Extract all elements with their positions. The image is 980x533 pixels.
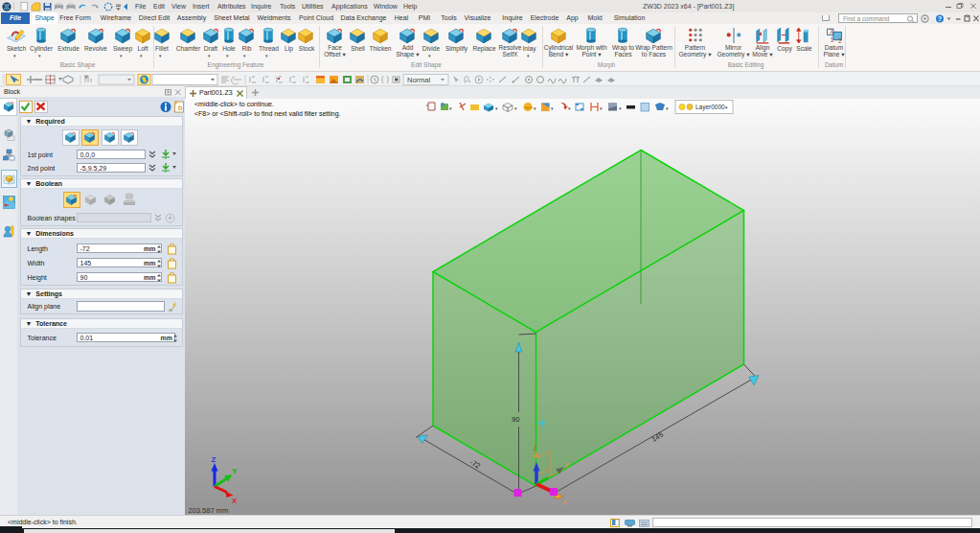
- svg-text:X: X: [562, 498, 567, 504]
- svg-text:3: 3: [829, 28, 832, 35]
- svg-text:b: b: [178, 104, 183, 112]
- svg-text:X: X: [232, 497, 238, 505]
- svg-text:Y: Y: [564, 462, 569, 469]
- svg-text:2: 2: [838, 37, 842, 44]
- svg-text:?: ?: [938, 14, 942, 21]
- svg-text:-72: -72: [468, 457, 482, 470]
- svg-text:203.587 mm: 203.587 mm: [189, 506, 229, 515]
- svg-text:145: 145: [650, 429, 665, 443]
- svg-text:Z: Z: [212, 455, 217, 464]
- svg-text:1: 1: [830, 36, 833, 43]
- svg-text:Y: Y: [232, 467, 238, 475]
- svg-text:Z: Z: [534, 445, 538, 452]
- svg-text:Normal: Normal: [407, 76, 431, 84]
- svg-text:90: 90: [512, 415, 519, 424]
